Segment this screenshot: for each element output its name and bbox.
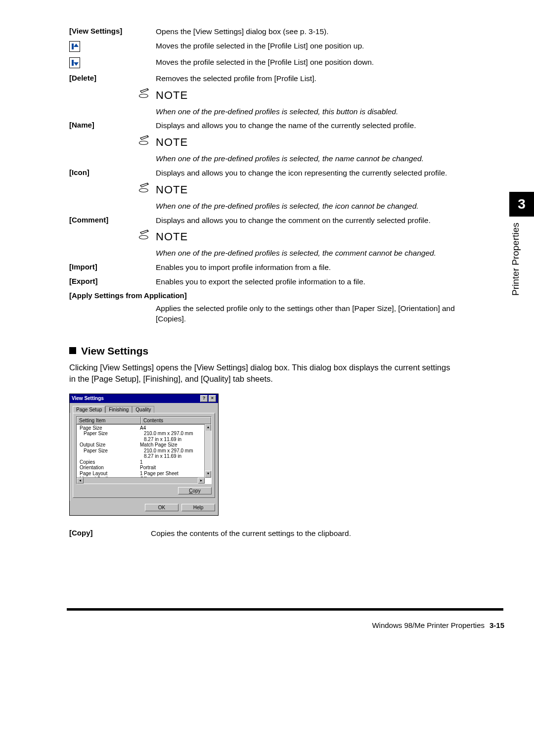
list-item-key: Paper Size xyxy=(78,448,144,454)
list-item: 8.27 in x 11.69 in xyxy=(78,437,210,443)
note-delete: When one of the pre-defined profiles is … xyxy=(156,105,455,119)
note-name: When one of the pre-defined profiles is … xyxy=(156,152,455,166)
list-item-value: 1 Page per Sheet xyxy=(140,471,210,477)
desc-icon: Displays and allows you to change the ic… xyxy=(156,166,455,180)
dialog-titlebar: View Settings ? × xyxy=(70,394,218,403)
list-item: Paper Size210.0 mm x 297.0 mm xyxy=(78,431,210,437)
list-item-key: Page Size xyxy=(78,425,140,431)
note-icon xyxy=(138,182,151,193)
section-heading: View Settings xyxy=(69,345,455,357)
desc-import: Enables you to import profile informatio… xyxy=(156,261,455,275)
label-copy: [Copy] xyxy=(69,527,151,541)
label-name: [Name] xyxy=(69,119,156,133)
view-settings-dialog: View Settings ? × Page Setup Finishing Q… xyxy=(69,394,219,516)
settings-table: [View Settings] Opens the [View Settings… xyxy=(69,25,455,326)
desc-comment: Displays and allows you to change the co… xyxy=(156,214,455,228)
list-item: Copies1 xyxy=(78,459,210,465)
note-icon-text: When one of the pre-defined profiles is … xyxy=(156,199,455,214)
desc-view-settings: Opens the [View Settings] dialog box (se… xyxy=(156,25,455,39)
chapter-title: Printer Properties xyxy=(510,222,521,296)
desc-copy: Copies the contents of the current setti… xyxy=(151,527,455,541)
label-view-settings: [View Settings] xyxy=(69,25,156,39)
label-import: [Import] xyxy=(69,261,156,275)
note-heading: NOTE xyxy=(156,135,188,150)
list-item-key: Orientation xyxy=(78,465,140,471)
chapter-tab: 3 Printer Properties xyxy=(505,192,534,325)
list-item-key: Page Layout xyxy=(78,471,140,477)
note-icon xyxy=(138,229,151,240)
list-item-key xyxy=(78,437,144,443)
list-item-value: Match Page Size xyxy=(140,442,210,448)
label-icon: [Icon] xyxy=(69,166,156,180)
footer-text: Windows 98/Me Printer Properties xyxy=(372,621,485,629)
list-item-key: Copies xyxy=(78,459,140,465)
list-item-value: 210.0 mm x 297.0 mm xyxy=(144,448,210,454)
col-contents: Contents xyxy=(141,417,211,424)
desc-export: Enables you to export the selected profi… xyxy=(156,275,455,289)
dialog-tabs: Page Setup Finishing Quality xyxy=(70,403,218,413)
list-item: Page SizeA4 xyxy=(78,425,210,431)
ok-button[interactable]: OK xyxy=(145,504,178,511)
list-item: Page Layout1 Page per Sheet xyxy=(78,471,210,477)
label-delete: [Delete] xyxy=(69,72,156,86)
label-comment: [Comment] xyxy=(69,214,156,228)
footer-page-number: 3-15 xyxy=(490,621,504,629)
col-setting-item: Setting Item xyxy=(77,417,141,424)
note-comment: When one of the pre-defined profiles is … xyxy=(156,246,455,261)
note-heading: NOTE xyxy=(156,229,188,244)
vertical-scrollbar[interactable]: ▴ ▾ xyxy=(204,424,211,478)
label-apply-settings: [Apply Settings from Application] xyxy=(69,289,455,302)
desc-move-down: Moves the profile selected in the [Profi… xyxy=(156,55,455,72)
list-item-value: 8.27 in x 11.69 in xyxy=(144,437,210,443)
list-item-key: Output Size xyxy=(78,442,140,448)
desc-move-up: Moves the profile selected in the [Profi… xyxy=(156,39,455,55)
list-item: Paper Size210.0 mm x 297.0 mm xyxy=(78,448,210,454)
list-item: OrientationPortrait xyxy=(78,465,210,471)
note-heading: NOTE xyxy=(156,88,188,103)
scroll-left-icon[interactable]: ◂ xyxy=(77,478,84,484)
list-item: Output SizeMatch Page Size xyxy=(78,442,210,448)
list-item-key xyxy=(78,453,144,459)
note-heading: NOTE xyxy=(156,182,188,197)
list-item-value: Portrait xyxy=(140,465,210,471)
list-item-key: Paper Size xyxy=(78,431,144,437)
move-up-icon xyxy=(69,41,80,52)
note-icon xyxy=(138,135,151,146)
tab-quality[interactable]: Quality xyxy=(132,406,154,413)
bullet-square-icon xyxy=(69,347,76,354)
list-item-value: 8.27 in x 11.69 in xyxy=(144,453,210,459)
horizontal-scrollbar[interactable]: ◂ ▸ xyxy=(77,477,205,484)
desc-apply-settings: Applies the selected profile only to the… xyxy=(156,302,455,326)
dialog-close-button[interactable]: × xyxy=(209,395,216,402)
section-body: Clicking [View Settings] opens the [View… xyxy=(69,362,455,385)
list-item-value: A4 xyxy=(140,425,210,431)
move-down-icon xyxy=(69,57,80,68)
footer-rule xyxy=(67,608,503,611)
list-item-value: 210.0 mm x 297.0 mm xyxy=(144,431,210,437)
section-title: View Settings xyxy=(81,345,148,356)
note-icon xyxy=(138,88,151,99)
list-item: 8.27 in x 11.69 in xyxy=(78,453,210,459)
tab-finishing[interactable]: Finishing xyxy=(105,406,132,413)
scroll-down-icon[interactable]: ▾ xyxy=(205,471,211,478)
copy-button[interactable]: Copy xyxy=(178,487,212,494)
desc-name: Displays and allows you to change the na… xyxy=(156,119,455,133)
dialog-help-button[interactable]: ? xyxy=(200,395,208,402)
scroll-up-icon[interactable]: ▴ xyxy=(205,424,211,431)
help-button[interactable]: Help xyxy=(181,504,215,511)
label-export: [Export] xyxy=(69,275,156,289)
scroll-right-icon[interactable]: ▸ xyxy=(198,478,205,484)
desc-delete: Removes the selected profile from [Profi… xyxy=(156,72,455,86)
settings-listbox[interactable]: Setting Item Contents Page SizeA4Paper S… xyxy=(76,416,212,484)
list-item-value: 1 xyxy=(140,459,210,465)
dialog-title: View Settings xyxy=(72,396,104,401)
tab-page-setup[interactable]: Page Setup xyxy=(73,406,105,413)
